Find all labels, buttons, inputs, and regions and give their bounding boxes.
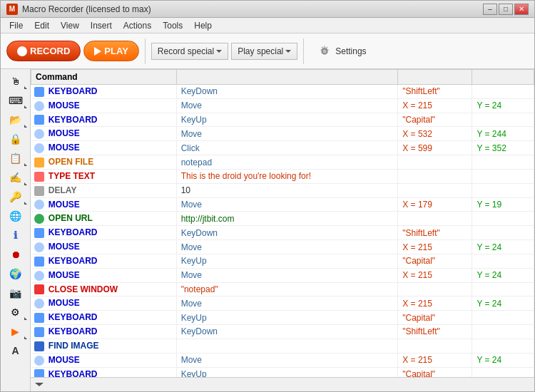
play-special-button[interactable]: Play special <box>231 43 297 60</box>
table-row[interactable]: TYPE TEXT This is the droid you're looki… <box>31 169 534 183</box>
record-special-button[interactable]: Record special <box>151 43 228 60</box>
table-row[interactable]: KEYBOARD KeyUp "Capital" <box>31 254 534 268</box>
close-button[interactable]: ✕ <box>514 4 529 15</box>
sidebar-arrow-icon <box>24 105 27 108</box>
cmd-name-cell: CLOSE WINDOW <box>31 282 177 296</box>
cmd-param2-cell <box>472 367 534 377</box>
sidebar-item-key[interactable]: 🔑 <box>3 187 29 206</box>
menu-actions[interactable]: Actions <box>118 19 157 32</box>
cmd-name: KEYBOARD <box>49 86 98 96</box>
sidebar-item-globe2[interactable]: 🌍 <box>3 264 29 283</box>
menu-view[interactable]: View <box>55 19 85 32</box>
sidebar-item-record[interactable]: ⏺ <box>3 245 29 264</box>
cmd-param1-cell: X = 215 <box>398 268 472 282</box>
cmd-icon <box>34 200 44 210</box>
table-row[interactable]: MOUSE Move X = 215 Y = 24 <box>31 240 534 254</box>
table-row[interactable]: CLOSE WINDOW "notepad" <box>31 282 534 296</box>
cmd-icon <box>34 87 44 97</box>
cmd-icon <box>34 172 44 182</box>
window-controls: – □ ✕ <box>483 4 529 15</box>
cmd-param1-cell: "ShiftLeft" <box>398 325 472 339</box>
menubar: File Edit View Insert Actions Tools Help <box>1 18 534 33</box>
cmd-name-cell: KEYBOARD <box>31 226 177 240</box>
sidebar-item-play2[interactable]: ▶ <box>3 322 29 341</box>
record-button[interactable]: RECORD <box>6 41 81 61</box>
cmd-icon <box>34 129 44 139</box>
sidebar-item-info[interactable]: ℹ <box>3 226 29 244</box>
table-row[interactable]: FIND IMAGE <box>31 339 534 353</box>
sidebar-item-settings[interactable]: ⚙ <box>3 303 29 321</box>
menu-edit[interactable]: Edit <box>29 19 55 32</box>
commands-table: Command KEYBOARD KeyDown "ShiftLeft" MOU… <box>31 69 534 377</box>
settings-button[interactable]: Settings <box>310 41 373 62</box>
cmd-name-cell: MOUSE <box>31 141 177 155</box>
cmd-name-cell: MOUSE <box>31 296 177 311</box>
cmd-param2-cell: Y = 19 <box>472 197 534 212</box>
sidebar-item-keyboard[interactable]: ⌨ <box>3 91 29 110</box>
sidebar-item-camera[interactable]: 📷 <box>3 284 29 302</box>
cmd-param2-cell: Y = 352 <box>472 141 534 155</box>
table-row[interactable]: MOUSE Move X = 215 Y = 24 <box>31 353 534 367</box>
sidebar-item-web[interactable]: 🌐 <box>3 207 29 225</box>
bottom-bar <box>31 377 534 391</box>
cmd-name-cell: MOUSE <box>31 98 177 113</box>
cmd-param1-cell <box>398 339 472 353</box>
table-row[interactable]: MOUSE Move X = 215 Y = 24 <box>31 98 534 113</box>
cmd-param1-cell <box>398 212 472 226</box>
settings-label: Settings <box>335 46 366 56</box>
cmd-name: KEYBOARD <box>49 256 98 266</box>
cmd-action-cell: Move <box>176 240 398 254</box>
cmd-param1-cell: "Capital" <box>398 113 472 127</box>
cmd-icon <box>34 186 44 196</box>
command-table[interactable]: Command KEYBOARD KeyDown "ShiftLeft" MOU… <box>31 69 534 377</box>
minimize-button[interactable]: – <box>483 4 497 15</box>
cmd-action-cell: KeyUp <box>176 311 398 325</box>
cmd-param2-cell <box>472 169 534 183</box>
cmd-name: KEYBOARD <box>49 227 98 237</box>
record-label: RECORD <box>30 46 70 56</box>
cmd-name-cell: DELAY <box>31 183 177 197</box>
sidebar-arrow-icon <box>24 163 27 166</box>
sidebar-item-mouse[interactable]: 🖱 <box>3 72 29 91</box>
table-row[interactable]: MOUSE Move X = 532 Y = 244 <box>31 127 534 141</box>
cmd-param1-cell: "Capital" <box>398 254 472 268</box>
cmd-action-cell: Move <box>176 197 398 212</box>
table-row[interactable]: KEYBOARD KeyDown "ShiftLeft" <box>31 85 534 99</box>
table-row[interactable]: MOUSE Click X = 599 Y = 352 <box>31 141 534 155</box>
cmd-name: MOUSE <box>49 270 80 280</box>
table-row[interactable]: KEYBOARD KeyUp "Capital" <box>31 367 534 377</box>
table-row[interactable]: KEYBOARD KeyUp "Capital" <box>31 113 534 127</box>
table-row[interactable]: MOUSE Move X = 215 Y = 24 <box>31 296 534 311</box>
sidebar-item-text[interactable]: ✍ <box>3 168 29 187</box>
menu-help[interactable]: Help <box>188 19 218 32</box>
scroll-down-icon[interactable] <box>35 383 44 386</box>
cmd-name: KEYBOARD <box>49 326 98 336</box>
table-row[interactable]: MOUSE Move X = 179 Y = 19 <box>31 197 534 212</box>
sidebar-item-file[interactable]: 📂 <box>3 110 29 129</box>
table-row[interactable]: KEYBOARD KeyDown "ShiftLeft" <box>31 226 534 240</box>
menu-tools[interactable]: Tools <box>157 19 188 32</box>
cmd-name: KEYBOARD <box>49 115 98 125</box>
sidebar-item-text-a[interactable]: A <box>3 341 29 360</box>
table-row[interactable]: MOUSE Move X = 215 Y = 24 <box>31 268 534 282</box>
menu-insert[interactable]: Insert <box>85 19 118 32</box>
table-row[interactable]: OPEN URL http://jtbit.com <box>31 212 534 226</box>
cmd-name: KEYBOARD <box>49 312 98 322</box>
file-icon: 📂 <box>9 114 21 125</box>
key-icon: 🔑 <box>9 191 21 202</box>
sidebar-item-lock[interactable]: 🔒 <box>3 130 29 148</box>
cmd-name-cell: MOUSE <box>31 353 177 367</box>
table-row[interactable]: OPEN FILE notepad <box>31 155 534 170</box>
col-header-param2 <box>472 70 534 85</box>
maximize-button[interactable]: □ <box>499 4 513 15</box>
table-row[interactable]: DELAY 10 <box>31 183 534 197</box>
table-row[interactable]: KEYBOARD KeyUp "Capital" <box>31 311 534 325</box>
col-header-command: Command <box>31 70 177 85</box>
cmd-action-cell: KeyUp <box>176 367 398 377</box>
sidebar-item-clipboard[interactable]: 📋 <box>3 149 29 167</box>
sidebar-arrow-icon <box>24 202 27 205</box>
play-button[interactable]: PLAY <box>83 41 138 61</box>
menu-file[interactable]: File <box>4 19 29 32</box>
table-row[interactable]: KEYBOARD KeyDown "ShiftLeft" <box>31 325 534 339</box>
sidebar-arrow-icon <box>24 336 27 339</box>
